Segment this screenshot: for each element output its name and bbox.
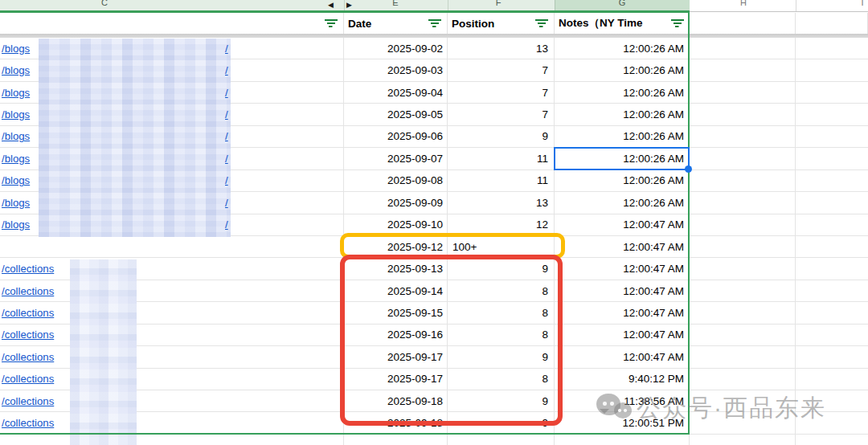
cell-empty-i[interactable]: [796, 126, 868, 147]
url-link[interactable]: /collections: [2, 263, 54, 275]
cell-notes[interactable]: 12:00:26 AM: [555, 126, 690, 147]
cell-url[interactable]: /collections: [0, 369, 344, 390]
cell-position[interactable]: 7: [448, 82, 555, 103]
cell-empty-h[interactable]: [690, 280, 796, 301]
cell-url[interactable]: /collections: [0, 302, 344, 323]
cell-empty-h[interactable]: [690, 104, 796, 125]
url-link[interactable]: /collections: [2, 395, 54, 407]
cell-url[interactable]: /collections: [0, 280, 344, 301]
cell-date[interactable]: 2025-09-02: [344, 38, 448, 59]
cell-empty-h[interactable]: [690, 236, 796, 257]
cell-empty-i[interactable]: [796, 59, 868, 80]
cell-empty[interactable]: [555, 435, 690, 445]
url-link[interactable]: /blogs: [2, 64, 30, 76]
cell-empty[interactable]: [344, 435, 448, 445]
cell-empty-h[interactable]: [690, 412, 796, 433]
cell-notes[interactable]: 12:00:26 AM: [555, 38, 690, 59]
url-link[interactable]: /blogs: [2, 153, 30, 165]
cell-notes[interactable]: 9:40:12 PM: [555, 369, 690, 390]
cell-notes[interactable]: 12:00:51 PM: [555, 412, 690, 433]
cell-empty-h[interactable]: [690, 126, 796, 147]
selected-cell-outline[interactable]: [554, 147, 690, 170]
cell-date[interactable]: 2025-09-10: [344, 214, 448, 235]
cell-empty[interactable]: [448, 435, 555, 445]
cell-notes[interactable]: 12:00:47 AM: [555, 346, 690, 367]
column-header-e[interactable]: E: [386, 0, 405, 9]
cell-empty-h[interactable]: [690, 302, 796, 323]
cell-empty-i[interactable]: [796, 82, 868, 103]
header-cell-empty-h[interactable]: [690, 13, 796, 35]
column-header-c[interactable]: C: [95, 0, 114, 9]
cell-date[interactable]: 2025-09-04: [344, 82, 448, 103]
url-link[interactable]: /blogs: [2, 197, 30, 209]
cell-empty-h[interactable]: [690, 82, 796, 103]
cell-empty[interactable]: [690, 435, 796, 445]
cell-url[interactable]: [0, 236, 344, 257]
header-cell-url[interactable]: [0, 13, 344, 35]
cell-empty-i[interactable]: [796, 325, 868, 345]
cell-empty-i[interactable]: [796, 346, 868, 367]
url-link[interactable]: /blogs: [2, 43, 30, 55]
url-link[interactable]: /collections: [2, 373, 54, 385]
cell-url[interactable]: /collections: [0, 346, 344, 367]
cell-empty-h[interactable]: [690, 59, 796, 80]
cell-date[interactable]: 2025-09-05: [344, 104, 448, 125]
url-link[interactable]: /blogs: [2, 218, 30, 231]
cell-notes[interactable]: 12:00:26 AM: [555, 192, 690, 213]
url-link[interactable]: /collections: [2, 285, 54, 297]
cell-position[interactable]: 13: [448, 38, 555, 59]
cell-notes[interactable]: 12:00:26 AM: [555, 170, 690, 191]
url-link-suffix[interactable]: /: [225, 126, 228, 147]
cell-date[interactable]: 2025-09-09: [344, 192, 448, 213]
url-link[interactable]: /blogs: [2, 87, 30, 99]
cell-notes[interactable]: 12:00:47 AM: [555, 258, 690, 279]
cell-notes[interactable]: 12:00:47 AM: [555, 236, 690, 257]
cell-notes[interactable]: 11:38:56 AM: [555, 390, 690, 411]
cell-notes[interactable]: 12:00:47 AM: [555, 214, 690, 235]
hidden-column-left-arrow-icon[interactable]: ◀: [328, 0, 334, 11]
cell-position[interactable]: 11: [448, 148, 555, 169]
cell-position[interactable]: 13: [448, 192, 555, 213]
url-link-suffix[interactable]: /: [225, 104, 228, 125]
cell-notes[interactable]: 12:00:47 AM: [555, 280, 690, 301]
cell-position[interactable]: 11: [448, 170, 555, 191]
cell-notes[interactable]: 12:00:26 AM: [555, 59, 690, 80]
cell-empty-i[interactable]: [796, 390, 868, 411]
url-link[interactable]: /blogs: [2, 174, 30, 186]
cell-empty-i[interactable]: [796, 38, 868, 59]
url-link[interactable]: /blogs: [2, 108, 30, 120]
url-link-suffix[interactable]: /: [225, 192, 228, 213]
cell-position[interactable]: 7: [448, 104, 555, 125]
hidden-column-right-arrow-icon[interactable]: ▶: [346, 0, 352, 11]
cell-position[interactable]: 12: [448, 214, 555, 235]
cell-date[interactable]: 2025-09-07: [344, 148, 448, 169]
cell-empty-i[interactable]: [796, 258, 868, 279]
cell-notes[interactable]: 12:00:26 AM: [555, 104, 690, 125]
column-header-i[interactable]: I: [853, 0, 868, 9]
cell-empty-h[interactable]: [690, 325, 796, 345]
cell-empty[interactable]: [0, 435, 344, 445]
url-link-suffix[interactable]: /: [225, 170, 228, 191]
cell-empty-h[interactable]: [690, 346, 796, 367]
cell-empty-i[interactable]: [796, 412, 868, 433]
cell-empty-i[interactable]: [796, 280, 868, 301]
cell-empty-h[interactable]: [690, 192, 796, 213]
cell-notes[interactable]: 12:00:26 AM: [555, 82, 690, 103]
header-cell-date[interactable]: Date: [344, 13, 448, 35]
cell-notes[interactable]: 12:00:47 AM: [555, 325, 690, 345]
cell-notes[interactable]: 12:00:47 AM: [555, 302, 690, 323]
cell-url[interactable]: /collections: [0, 390, 344, 411]
cell-empty-i[interactable]: [796, 148, 868, 169]
cell-empty-h[interactable]: [690, 390, 796, 411]
cell-empty-i[interactable]: [796, 236, 868, 257]
url-link[interactable]: /collections: [2, 329, 54, 341]
url-link-suffix[interactable]: /: [225, 38, 228, 59]
cell-position[interactable]: 7: [448, 59, 555, 80]
cell-empty[interactable]: [796, 435, 868, 445]
cell-empty-h[interactable]: [690, 170, 796, 191]
column-header-f[interactable]: F: [489, 0, 508, 9]
url-link-suffix[interactable]: /: [225, 214, 228, 235]
url-link[interactable]: /collections: [2, 417, 54, 429]
cell-empty-i[interactable]: [796, 104, 868, 125]
cell-empty-i[interactable]: [796, 192, 868, 213]
